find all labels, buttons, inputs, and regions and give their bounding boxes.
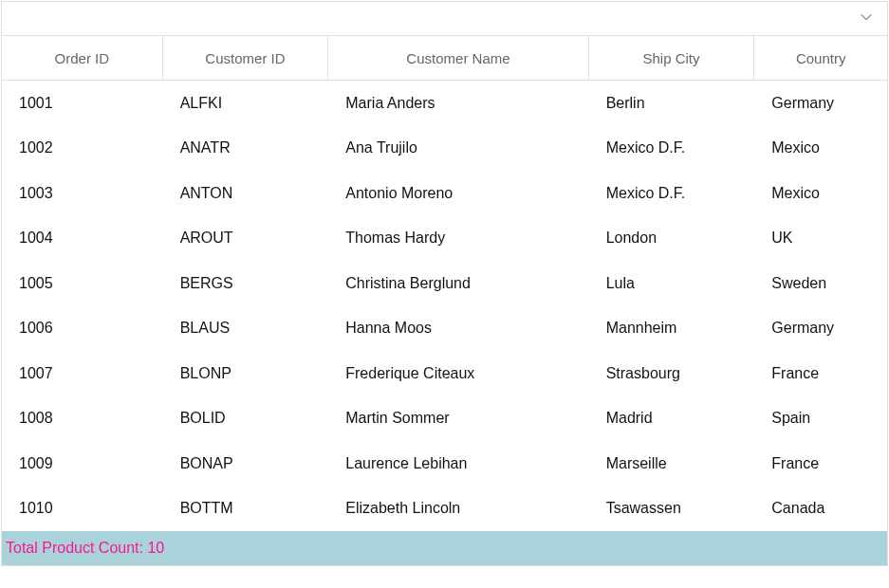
table-row[interactable]: 1005BERGSChristina BerglundLulaSweden [2,261,887,306]
cell-customerName: Elizabeth Lincoln [328,487,588,532]
column-header-shipCity[interactable]: Ship City [589,36,755,80]
cell-customerId: ANATR [163,126,329,172]
cell-country: France [754,441,887,487]
column-header-country[interactable]: Country [754,36,887,80]
column-header-customerName[interactable]: Customer Name [328,36,588,80]
grid-footer: Total Product Count: 10 [2,531,887,565]
grid-top-bar [2,2,887,36]
cell-customerName: Martin Sommer [328,396,588,442]
table-row[interactable]: 1001ALFKIMaria AndersBerlinGermany [2,81,887,126]
cell-shipCity: Lula [589,261,755,306]
cell-country: Germany [754,306,887,352]
table-row[interactable]: 1003ANTONAntonio MorenoMexico D.F.Mexico [2,171,887,216]
cell-country: Canada [754,487,887,532]
cell-country: Mexico [754,126,887,172]
cell-orderId: 1004 [2,216,163,262]
cell-customerId: BERGS [163,261,329,306]
cell-customerName: Hanna Moos [328,306,588,352]
cell-customerId: ANTON [163,171,329,216]
data-grid: Order IDCustomer IDCustomer NameShip Cit… [1,1,888,566]
cell-shipCity: London [589,216,755,262]
cell-orderId: 1010 [2,487,163,532]
cell-country: France [754,351,887,396]
cell-customerName: Laurence Lebihan [328,441,588,487]
filter-toggle-button[interactable] [857,9,876,28]
column-header-row: Order IDCustomer IDCustomer NameShip Cit… [2,36,887,81]
cell-orderId: 1006 [2,306,163,352]
cell-orderId: 1007 [2,351,163,396]
cell-customerName: Maria Anders [328,81,588,126]
cell-shipCity: Mexico D.F. [589,171,755,216]
cell-shipCity: Mannheim [589,306,755,352]
cell-customerName: Antonio Moreno [328,171,588,216]
table-row[interactable]: 1004AROUTThomas HardyLondonUK [2,216,887,262]
cell-shipCity: Strasbourg [589,351,755,396]
table-row[interactable]: 1006BLAUSHanna MoosMannheimGermany [2,306,887,352]
cell-customerId: BOTTM [163,487,329,532]
grid-body: 1001ALFKIMaria AndersBerlinGermany1002AN… [2,81,887,531]
column-header-customerId[interactable]: Customer ID [163,36,329,80]
cell-customerId: AROUT [163,216,329,262]
cell-country: Germany [754,81,887,126]
cell-customerId: BLAUS [163,306,329,352]
cell-shipCity: Berlin [589,81,755,126]
table-row[interactable]: 1008BOLIDMartin SommerMadridSpain [2,396,887,442]
cell-shipCity: Marseille [589,441,755,487]
cell-customerId: BOLID [163,396,329,442]
column-header-orderId[interactable]: Order ID [2,36,163,80]
cell-orderId: 1003 [2,171,163,216]
cell-customerId: ALFKI [163,81,329,126]
cell-country: Spain [754,396,887,442]
cell-customerName: Frederique Citeaux [328,351,588,396]
cell-customerId: BLONP [163,351,329,396]
cell-orderId: 1009 [2,441,163,487]
cell-customerName: Thomas Hardy [328,216,588,262]
footer-text: Total Product Count: 10 [6,540,164,557]
cell-orderId: 1008 [2,396,163,442]
cell-shipCity: Mexico D.F. [589,126,755,172]
cell-orderId: 1002 [2,126,163,172]
cell-customerName: Christina Berglund [328,261,588,306]
cell-country: UK [754,216,887,262]
table-row[interactable]: 1009BONAPLaurence LebihanMarseilleFrance [2,441,887,487]
cell-country: Sweden [754,261,887,306]
cell-customerName: Ana Trujilo [328,126,588,172]
cell-shipCity: Madrid [589,396,755,442]
cell-customerId: BONAP [163,441,329,487]
table-row[interactable]: 1010BOTTMElizabeth LincolnTsawassenCanad… [2,487,887,532]
cell-shipCity: Tsawassen [589,487,755,532]
cell-orderId: 1001 [2,81,163,126]
table-row[interactable]: 1007BLONPFrederique CiteauxStrasbourgFra… [2,351,887,396]
cell-country: Mexico [754,171,887,216]
chevron-down-icon [860,10,873,28]
table-row[interactable]: 1002ANATRAna TrujiloMexico D.F.Mexico [2,126,887,172]
cell-orderId: 1005 [2,261,163,306]
